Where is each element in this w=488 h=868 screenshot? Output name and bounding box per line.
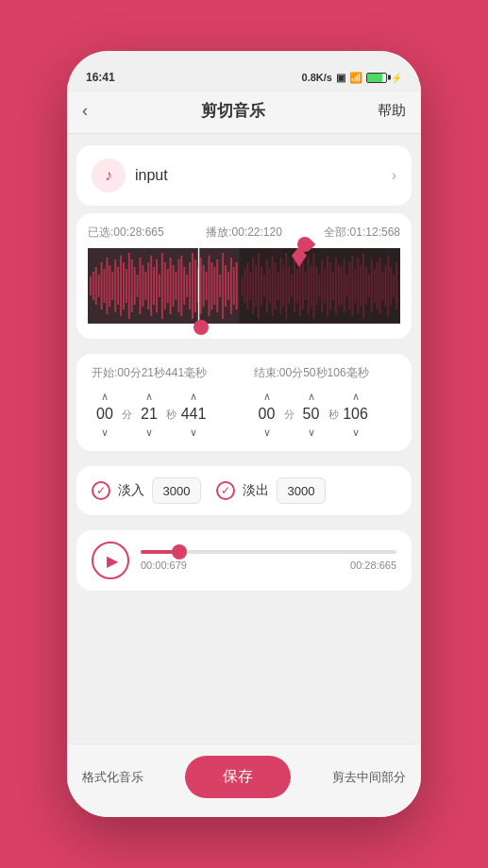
top-playhead-handle[interactable] [297,237,312,252]
play-button[interactable]: ▶ [92,542,129,579]
end-sec-up[interactable]: ∧ [298,389,325,404]
svg-rect-8 [106,258,108,314]
time-inputs-section: 开始:00分21秒441毫秒 ∧ 00 ∨ 分 ∧ [76,354,412,451]
svg-rect-67 [272,256,274,316]
svg-rect-108 [384,265,386,307]
svg-rect-70 [279,258,281,314]
end-min-label: 分 [284,408,294,422]
fade-out-checkbox[interactable]: ✓ [216,481,235,500]
end-time-label: 结束:00分50秒106毫秒 [254,365,397,381]
svg-rect-50 [222,253,224,319]
svg-rect-80 [308,258,310,314]
fade-out-label: 淡出 [243,482,269,499]
svg-rect-30 [167,269,169,303]
svg-rect-15 [126,269,127,303]
start-ms-up[interactable]: ∧ [180,389,207,404]
svg-rect-29 [164,262,166,309]
end-min-spinner: ∧ 00 ∨ [254,389,280,440]
progress-slider[interactable] [141,550,396,554]
svg-rect-72 [285,253,287,319]
end-ms-spinner: ∧ 106 ∨ [343,389,369,440]
bottom-bar: 格式化音乐 保存 剪去中间部分 [67,743,421,817]
svg-rect-105 [377,262,379,309]
svg-rect-86 [324,269,326,303]
start-sec-spinner: ∧ 21 ∨ [136,389,162,440]
svg-rect-19 [137,275,139,297]
svg-rect-63 [261,267,262,305]
svg-rect-20 [140,258,142,314]
back-button[interactable]: ‹ [82,101,88,121]
svg-rect-2 [90,276,92,295]
svg-rect-5 [98,275,100,297]
bottom-playhead-handle[interactable] [194,320,209,335]
end-ms-up[interactable]: ∧ [343,389,369,404]
fade-out-input[interactable] [277,477,326,504]
start-sec-label: 秒 [166,408,177,422]
fade-in-input[interactable] [152,477,201,504]
start-sec-up[interactable]: ∧ [136,389,162,404]
svg-rect-88 [329,262,331,309]
svg-rect-61 [255,265,257,307]
svg-rect-42 [200,258,202,314]
svg-rect-6 [101,262,103,309]
file-name: input [135,167,168,184]
waveform-container[interactable] [88,248,400,324]
start-ms-down[interactable]: ∨ [180,425,207,440]
fade-in-item: ✓ 淡入 [92,477,201,504]
waveform-section: 已选:00:28:665 播放:00:22:120 全部:01:12:568 [76,213,412,339]
end-ms-down[interactable]: ∨ [343,425,369,440]
svg-rect-113 [198,248,199,324]
svg-rect-21 [142,265,143,307]
format-music-button[interactable]: 格式化音乐 [82,769,143,786]
svg-rect-23 [147,262,149,309]
svg-rect-43 [203,265,205,307]
start-min-label: 分 [122,408,132,422]
svg-rect-10 [111,272,113,300]
svg-rect-60 [252,258,254,314]
waveform-svg [88,248,400,324]
svg-rect-32 [173,265,175,307]
content-area: ‹ 剪切音乐 帮助 ♪ input › 已选:00:28:665 播放:00:2… [67,92,421,817]
svg-rect-59 [249,272,251,300]
svg-rect-92 [341,267,343,305]
svg-rect-95 [348,262,350,309]
start-min-up[interactable]: ∧ [92,389,118,404]
chevron-right-icon: › [392,167,396,184]
save-button[interactable]: 保存 [185,756,291,798]
svg-rect-28 [161,253,163,319]
svg-rect-97 [354,269,356,303]
time-info: 已选:00:28:665 播放:00:22:120 全部:01:12:568 [88,225,400,241]
svg-rect-71 [282,265,284,307]
end-time-group: 结束:00分50秒106毫秒 ∧ 00 ∨ 分 ∧ [254,365,397,440]
svg-rect-87 [327,256,328,316]
charging-icon: ⚡ [391,73,402,83]
svg-rect-76 [296,269,298,303]
fade-in-checkbox[interactable]: ✓ [92,481,110,500]
file-selector[interactable]: ♪ input › [76,145,412,206]
svg-rect-52 [227,272,229,300]
svg-rect-101 [365,267,367,305]
end-min-up[interactable]: ∧ [254,389,280,404]
svg-rect-33 [175,272,177,300]
svg-rect-27 [159,275,160,297]
end-min-down[interactable]: ∨ [254,425,280,440]
svg-rect-54 [233,267,235,305]
start-min-down[interactable]: ∨ [92,425,118,440]
fade-out-item: ✓ 淡出 [216,477,326,504]
svg-rect-7 [104,269,106,303]
cut-middle-button[interactable]: 剪去中间部分 [332,769,406,786]
svg-rect-91 [338,265,340,307]
start-time-group: 开始:00分21秒441毫秒 ∧ 00 ∨ 分 ∧ [92,365,235,440]
svg-rect-73 [288,267,290,305]
svg-rect-75 [294,259,295,312]
start-sec-down[interactable]: ∨ [136,425,162,440]
svg-rect-103 [371,259,373,312]
slider-thumb[interactable] [172,544,187,559]
help-button[interactable]: 帮助 [378,102,406,120]
end-sec-down[interactable]: ∨ [298,425,325,440]
phone-frame: 16:41 0.8K/s ▣ 📶 ⚡ ‹ 剪切音乐 帮助 [0,0,488,868]
svg-rect-102 [368,275,370,297]
fade-section: ✓ 淡入 ✓ 淡出 [76,466,412,515]
svg-rect-53 [230,258,232,314]
svg-rect-90 [335,258,337,314]
